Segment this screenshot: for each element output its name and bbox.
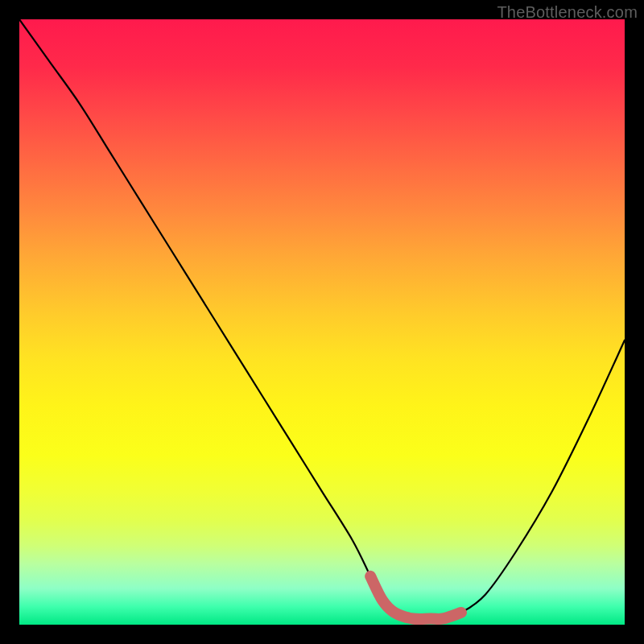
bottleneck-curve-line [19,19,625,619]
bottleneck-optimal-marker [370,576,461,619]
bottleneck-chart [19,19,625,625]
chart-gradient-frame [19,19,625,625]
watermark-text: TheBottleneck.com [497,3,638,22]
